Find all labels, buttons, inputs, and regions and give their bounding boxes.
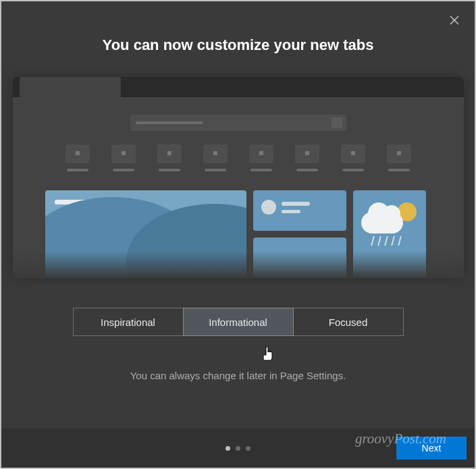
preview-top-site	[335, 144, 371, 174]
page-title: You can now customize your new tabs	[1, 36, 475, 54]
tab-focused[interactable]: Focused	[293, 308, 404, 336]
next-button[interactable]: Next	[396, 437, 467, 460]
preview-top-site	[151, 144, 188, 174]
preview-browser-chrome	[13, 77, 464, 97]
cloud-icon	[361, 212, 403, 233]
pager-dot[interactable]	[236, 446, 240, 451]
preview-top-site	[289, 144, 325, 174]
preview-search-bar	[130, 115, 346, 131]
footer: Next	[1, 429, 475, 468]
preview-top-site	[243, 144, 280, 174]
preview-top-site	[105, 144, 142, 174]
preview-top-site	[381, 144, 417, 174]
preview-info-card	[253, 238, 346, 278]
pager-dots	[226, 446, 250, 451]
preview-top-sites-row	[45, 144, 431, 174]
preview-top-site	[59, 144, 96, 174]
preview-browser-tab	[20, 77, 121, 97]
preview-info-card	[253, 190, 346, 231]
preview-top-site	[197, 144, 234, 174]
hint-text: You can always change it later in Page S…	[1, 370, 475, 381]
rain-icon	[369, 236, 403, 248]
close-button[interactable]	[446, 12, 462, 28]
preview-browser-body	[13, 97, 464, 278]
pager-dot[interactable]	[246, 446, 250, 451]
layout-preview	[13, 77, 464, 278]
pager-dot[interactable]	[226, 446, 230, 451]
tab-inspirational[interactable]: Inspirational	[73, 308, 184, 336]
preview-cards	[45, 190, 431, 278]
preview-weather-card	[353, 190, 426, 278]
layout-tabs: Inspirational Informational Focused	[1, 308, 475, 336]
close-icon	[450, 16, 459, 25]
preview-news-card	[45, 190, 246, 278]
tab-informational[interactable]: Informational	[183, 308, 294, 336]
pointer-cursor-icon	[262, 346, 274, 361]
